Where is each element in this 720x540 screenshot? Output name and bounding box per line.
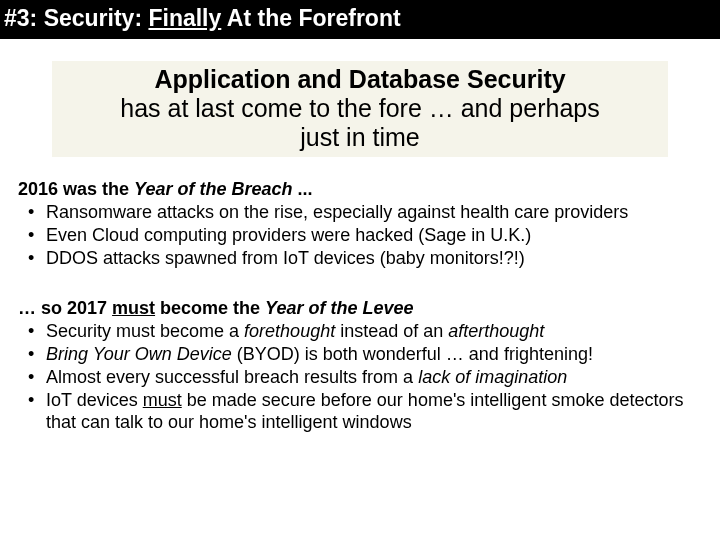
b0-a: Security must become a bbox=[46, 321, 244, 341]
list-item: Almost every successful breach results f… bbox=[24, 367, 694, 389]
title-underlined: Finally bbox=[148, 5, 221, 31]
lead-2016-i: Year of the Breach bbox=[134, 179, 292, 199]
list-item: Security must become a forethought inste… bbox=[24, 321, 694, 343]
lead-2017-bpost: become the bbox=[155, 298, 265, 318]
list-item: DDOS attacks spawned from IoT devices (b… bbox=[24, 248, 694, 270]
subhead-line2b: just in time bbox=[58, 123, 662, 152]
lead-2017-i: Year of the Levee bbox=[265, 298, 413, 318]
subhead-line2a: has at last come to the fore … and perha… bbox=[58, 94, 662, 123]
list-item: Bring Your Own Device (BYOD) is both won… bbox=[24, 344, 694, 366]
b0-i1: forethought bbox=[244, 321, 335, 341]
lead-2017-pre: … so bbox=[18, 298, 67, 318]
subhead-box: Application and Database Security has at… bbox=[52, 61, 668, 157]
section-2017: … so 2017 must become the Year of the Le… bbox=[18, 298, 694, 434]
subhead-bold: Application and Database Security bbox=[154, 65, 565, 93]
body-content: 2016 was the Year of the Breach ... Rans… bbox=[0, 157, 720, 434]
section-2016-bullets: Ransomware attacks on the rise, especial… bbox=[18, 202, 694, 270]
b0-b: instead of an bbox=[335, 321, 448, 341]
list-item: Even Cloud computing providers were hack… bbox=[24, 225, 694, 247]
b3-a: IoT devices bbox=[46, 390, 143, 410]
b1-i: Bring Your Own Device bbox=[46, 344, 232, 364]
slide-title-bar: #3: Security: Finally At the Forefront bbox=[0, 0, 720, 39]
lead-2017-u: must bbox=[112, 298, 155, 318]
section-2016-lead: 2016 was the Year of the Breach ... bbox=[18, 179, 694, 201]
b3-u: must bbox=[143, 390, 182, 410]
b2-a: Almost every successful breach results f… bbox=[46, 367, 418, 387]
b1-rest: (BYOD) is both wonderful … and frighteni… bbox=[232, 344, 593, 364]
lead-2017-bpre: 2017 bbox=[67, 298, 112, 318]
title-suffix: At the Forefront bbox=[221, 5, 400, 31]
list-item: Ransomware attacks on the rise, especial… bbox=[24, 202, 694, 224]
title-prefix: #3: Security: bbox=[4, 5, 148, 31]
lead-2016-b2: ... bbox=[292, 179, 312, 199]
section-2017-lead: … so 2017 must become the Year of the Le… bbox=[18, 298, 694, 320]
b0-i2: afterthought bbox=[448, 321, 544, 341]
subhead-line1: Application and Database Security bbox=[58, 65, 662, 94]
section-2017-bullets: Security must become a forethought inste… bbox=[18, 321, 694, 434]
lead-2016-b1: 2016 was the bbox=[18, 179, 134, 199]
b2-i: lack of imagination bbox=[418, 367, 567, 387]
list-item: IoT devices must be made secure before o… bbox=[24, 390, 694, 434]
section-2016: 2016 was the Year of the Breach ... Rans… bbox=[18, 179, 694, 270]
